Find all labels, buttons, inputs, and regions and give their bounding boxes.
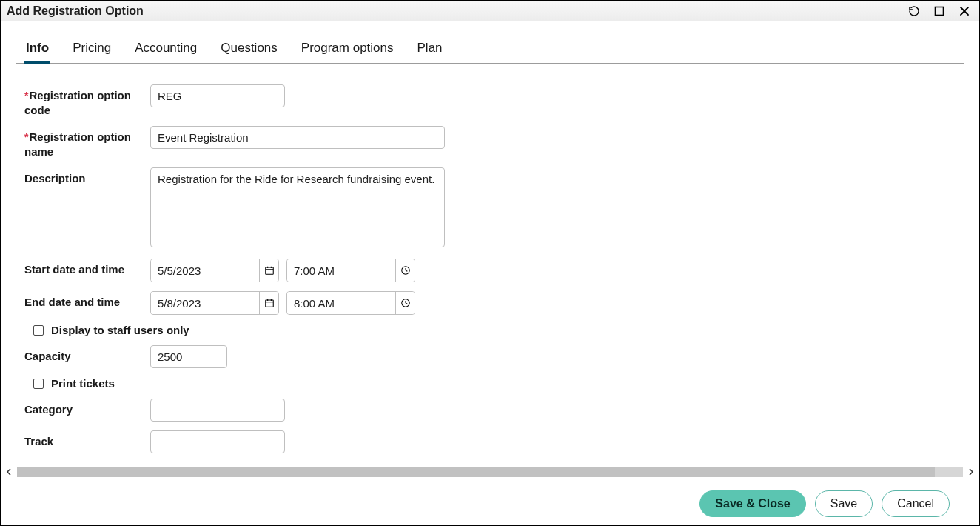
clock-icon: [400, 298, 411, 308]
refresh-button[interactable]: [904, 2, 924, 20]
input-description[interactable]: [150, 167, 445, 247]
tab-plan[interactable]: Plan: [416, 35, 444, 63]
start-time-combo: [286, 259, 415, 282]
input-capacity[interactable]: [150, 345, 227, 368]
chevron-right-icon: [968, 468, 974, 476]
input-end-time[interactable]: [287, 292, 395, 314]
input-start-time[interactable]: [287, 259, 395, 282]
end-date-combo: [150, 291, 279, 315]
checkbox-print-tickets[interactable]: [33, 379, 44, 389]
input-code[interactable]: [150, 84, 285, 107]
chevron-left-icon: [6, 468, 12, 476]
label-code: *Registration option code: [24, 84, 150, 117]
scrollbar-track[interactable]: [17, 467, 963, 477]
dialog-footer: Save & Close Save Cancel: [1, 482, 979, 525]
refresh-icon: [908, 5, 920, 17]
input-name[interactable]: [150, 126, 445, 149]
calendar-icon: [264, 265, 275, 276]
label-end: End date and time: [24, 291, 150, 310]
start-date-combo: [150, 259, 279, 282]
svg-rect-0: [936, 7, 944, 15]
dialog-window: Add Registration Option Info Pricing Acc…: [0, 0, 980, 526]
label-staff-only: Display to staff users only: [51, 324, 189, 336]
cancel-button[interactable]: Cancel: [882, 490, 950, 517]
tab-pricing[interactable]: Pricing: [71, 35, 113, 63]
label-description: Description: [24, 167, 150, 186]
scroll-right-button[interactable]: [966, 467, 976, 477]
label-category: Category: [24, 399, 150, 417]
svg-rect-10: [265, 300, 273, 307]
form-info: *Registration option code *Registration …: [16, 64, 964, 453]
label-track: Track: [24, 430, 150, 449]
horizontal-scrollbar[interactable]: [4, 466, 976, 478]
label-capacity: Capacity: [24, 345, 150, 364]
svg-line-16: [406, 303, 407, 304]
start-date-picker-button[interactable]: [259, 259, 278, 282]
label-start: Start date and time: [24, 259, 150, 277]
tab-info[interactable]: Info: [24, 35, 50, 63]
end-time-picker-button[interactable]: [395, 292, 415, 314]
dialog-content: Info Pricing Accounting Questions Progra…: [1, 21, 979, 525]
start-time-picker-button[interactable]: [395, 259, 415, 282]
checkbox-staff-only[interactable]: [33, 325, 44, 336]
tab-program-options[interactable]: Program options: [300, 35, 395, 63]
save-button[interactable]: Save: [815, 490, 873, 517]
label-print-tickets: Print tickets: [51, 377, 115, 390]
tab-accounting[interactable]: Accounting: [133, 35, 198, 63]
maximize-button[interactable]: [929, 2, 950, 20]
clock-icon: [400, 265, 411, 276]
close-button[interactable]: [954, 2, 975, 20]
titlebar: Add Registration Option: [1, 1, 979, 21]
end-date-picker-button[interactable]: [259, 292, 278, 314]
input-end-date[interactable]: [151, 292, 259, 314]
save-close-button[interactable]: Save & Close: [699, 490, 805, 517]
svg-line-9: [406, 270, 407, 271]
end-time-combo: [286, 291, 415, 315]
input-start-date[interactable]: [151, 259, 259, 282]
tab-bar: Info Pricing Accounting Questions Progra…: [16, 35, 964, 64]
scrollbar-thumb[interactable]: [17, 467, 935, 477]
maximize-icon: [934, 6, 944, 16]
label-name: *Registration option name: [24, 126, 150, 159]
calendar-icon: [264, 298, 275, 308]
svg-rect-3: [265, 267, 273, 274]
input-track[interactable]: [150, 430, 285, 453]
scroll-left-button[interactable]: [4, 467, 14, 477]
tab-questions[interactable]: Questions: [219, 35, 279, 63]
close-icon: [959, 6, 970, 16]
input-category[interactable]: [150, 399, 285, 422]
dialog-title: Add Registration Option: [7, 4, 144, 18]
